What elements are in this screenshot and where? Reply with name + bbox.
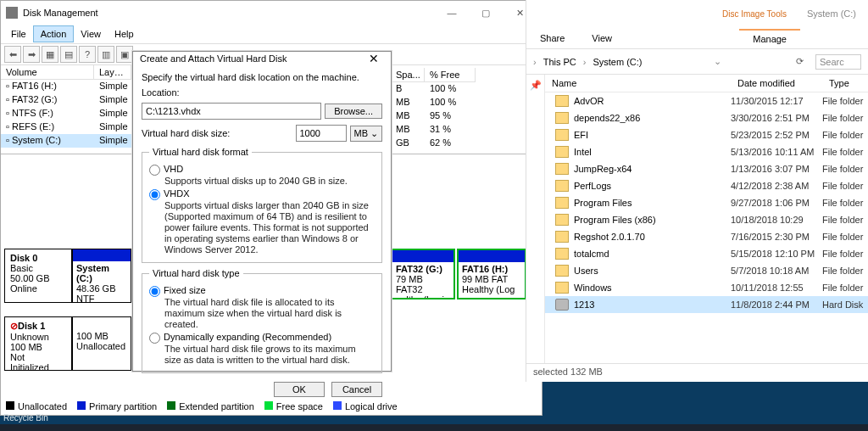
menu-action[interactable]: Action [33, 25, 75, 42]
folder-icon [555, 163, 569, 175]
dlg-titlebar[interactable]: Create and Attach Virtual Hard Disk ✕ [133, 52, 391, 65]
location-input[interactable] [142, 103, 321, 120]
list-item[interactable]: PerfLogs 4/12/2018 2:38 AM File folder [545, 177, 868, 194]
list-item[interactable]: Regshot 2.0.1.70 7/16/2015 2:30 PM File … [545, 228, 868, 245]
folder-icon [555, 95, 569, 107]
fwd-icon[interactable]: ➡ [23, 46, 40, 63]
list-item[interactable]: 1213 11/8/2018 2:44 PM Hard Disk [545, 296, 868, 313]
volume-row[interactable]: ▫ FAT32 (G:) [1, 93, 94, 107]
list-item[interactable]: Intel 5/13/2016 10:11 AM File folder [545, 143, 868, 160]
toolbar-btn[interactable]: ▣ [116, 46, 133, 63]
folder-icon [555, 180, 569, 192]
dlg-close-icon[interactable]: ✕ [364, 52, 384, 65]
col-name[interactable]: Name [545, 75, 731, 92]
volume-list-right-cols: Spa... % Free B100 %MB100 %MB95 %MB31 %G… [391, 68, 543, 150]
list-item[interactable]: Program Files (x86) 10/18/2018 10:29 Fil… [545, 211, 868, 228]
type-group: Virtual hard disk type Fixed size The vi… [142, 268, 382, 373]
radio-dynamic[interactable] [149, 333, 160, 344]
col-spa[interactable]: Spa... [391, 68, 425, 82]
list-item[interactable]: Program Files 9/27/2018 1:06 PM File fol… [545, 194, 868, 211]
list-item[interactable]: Users 5/7/2018 10:18 AM File folder [545, 262, 868, 279]
disk1-header[interactable]: ⊘Disk 1 Unknown 100 MB Not Initialized [4, 316, 72, 371]
legend: Unallocated Primary partition Extended p… [6, 401, 398, 411]
dlg-intro: Specify the virtual hard disk location o… [142, 72, 382, 82]
menu-file[interactable]: File [4, 26, 33, 42]
volume-row[interactable]: ▫ FAT16 (H:) [1, 80, 94, 93]
ribbon-context-bar: Disc Image Tools System (C:) [526, 0, 868, 27]
cancel-button[interactable]: Cancel [331, 382, 382, 397]
menu-help[interactable]: Help [108, 26, 141, 42]
disk0-header[interactable]: Disk 0 Basic 50.00 GB Online [4, 249, 72, 303]
chevron-right-icon[interactable]: › [533, 57, 537, 67]
dm-title-text: Disk Management [23, 8, 435, 18]
tab-manage[interactable]: Manage [739, 29, 800, 48]
col-date[interactable]: Date modified [731, 75, 822, 92]
list-item[interactable]: AdvOR 11/30/2015 12:17 File folder [545, 92, 868, 109]
col-layout[interactable]: Layout [94, 65, 131, 80]
format-group: Virtual hard disk format VHD Supports vi… [142, 147, 382, 263]
col-free[interactable]: % Free [425, 68, 476, 82]
address-bar[interactable]: › This PC › System (C:) ⌄ ⟳ Searc [526, 49, 868, 75]
minimize-button[interactable]: — [435, 8, 469, 18]
disk0-system-c[interactable]: System (C:) 48.36 GB NTF Healthy (Syste [72, 249, 131, 303]
search-input[interactable]: Searc [815, 54, 861, 70]
disk0-fat32[interactable]: FAT32 (G:) 79 MB FAT32 ealthy (Logic [391, 249, 455, 299]
file-list[interactable]: Name Date modified Type AdvOR 11/30/2015… [545, 75, 868, 363]
folder-icon [555, 265, 569, 277]
volume-row[interactable]: ▫ REFS (E:) [1, 120, 94, 134]
folder-icon [555, 197, 569, 209]
ok-button[interactable]: OK [274, 382, 325, 397]
volume-row[interactable]: ▫ NTFS (F:) [1, 107, 94, 120]
list-item[interactable]: EFI 5/23/2015 2:52 PM File folder [545, 126, 868, 143]
radio-vhd[interactable] [149, 165, 160, 176]
disk1-unallocated[interactable]: 100 MB Unallocated [72, 316, 131, 371]
harddisk-icon [555, 299, 569, 311]
chevron-down-icon: ⌄ [370, 128, 378, 139]
create-vhd-dialog: Create and Attach Virtual Hard Disk ✕ Sp… [132, 51, 392, 372]
list-item[interactable]: Windows 10/11/2018 12:55 File folder [545, 279, 868, 296]
tab-share[interactable]: Share [526, 30, 578, 47]
folder-icon [555, 129, 569, 141]
tab-view[interactable]: View [578, 30, 626, 47]
maximize-button[interactable]: ▢ [469, 8, 503, 19]
help-icon[interactable]: ? [79, 46, 96, 63]
volume-row[interactable]: ▫ System (C:) [1, 134, 94, 148]
toolbar-btn[interactable]: ▥ [97, 46, 114, 63]
dm-titlebar[interactable]: Disk Management — ▢ ✕ [1, 1, 542, 25]
size-unit-dropdown[interactable]: MB⌄ [350, 126, 383, 142]
ribbon-tabs: Share View Manage [526, 27, 868, 49]
size-label: Virtual hard disk size: [142, 128, 292, 138]
crumb-drive[interactable]: System (C:) [589, 57, 645, 67]
taskbar[interactable] [0, 424, 868, 431]
refresh-icon[interactable]: ⟳ [790, 56, 809, 67]
toolbar-btn[interactable]: ▦ [42, 46, 58, 63]
folder-icon [555, 146, 569, 158]
list-item[interactable]: depends22_x86 3/30/2016 2:51 PM File fol… [545, 109, 868, 126]
context-label: Disc Image Tools [714, 9, 795, 19]
list-item[interactable]: JumpReg-x64 1/13/2016 3:07 PM File folde… [545, 160, 868, 177]
nav-pane-collapsed[interactable]: 📌 [526, 75, 545, 363]
radio-fixed[interactable] [149, 286, 160, 297]
menu-view[interactable]: View [74, 26, 108, 42]
window-title-tab: System (C:) [795, 3, 868, 24]
browse-button[interactable]: Browse... [325, 104, 382, 119]
list-item[interactable]: totalcmd 5/15/2018 12:10 PM File folder [545, 245, 868, 262]
folder-icon [555, 112, 569, 124]
crumb-this-pc[interactable]: This PC [540, 57, 580, 67]
chevron-down-icon[interactable]: ⌄ [714, 56, 721, 67]
toolbar-btn[interactable]: ▤ [60, 46, 77, 63]
status-bar: selected 132 MB [526, 363, 868, 382]
size-input[interactable] [296, 125, 347, 142]
disk0-fat16[interactable]: FAT16 (H:) 99 MB FAT Healthy (Log [457, 249, 526, 299]
disk-mgmt-icon [6, 7, 18, 19]
folder-icon [555, 214, 569, 226]
dm-menu-bar: File Action View Help [1, 25, 542, 43]
radio-vhdx[interactable] [149, 189, 160, 200]
recycle-bin-label[interactable]: Recycle Bin [3, 413, 48, 423]
col-volume[interactable]: Volume [1, 65, 94, 80]
location-label: Location: [142, 87, 382, 98]
pin-icon: 📌 [530, 80, 542, 363]
back-icon[interactable]: ⬅ [4, 46, 21, 63]
folder-icon [555, 282, 569, 294]
col-type[interactable]: Type [822, 75, 868, 92]
